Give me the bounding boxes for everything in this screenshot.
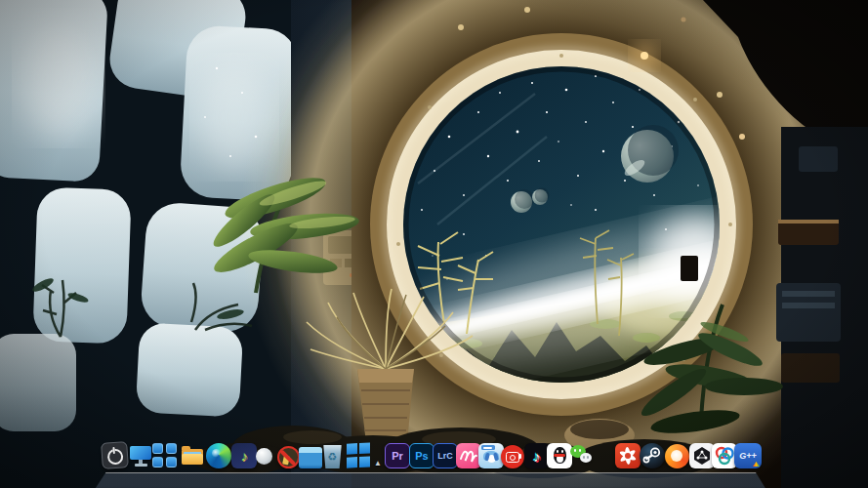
dock: ♪ ♻ ▲ Pr Ps LrC (0, 441, 868, 488)
steam-button[interactable] (640, 443, 665, 468)
desktop: ♪ ♻ ▲ Pr Ps LrC (0, 0, 868, 488)
premiere-pro-button[interactable]: Pr (385, 443, 410, 468)
edge-browser-button[interactable] (206, 443, 231, 468)
tiktok-note-icon: ♪ (533, 448, 541, 465)
banner-icon (481, 445, 495, 450)
power-button[interactable] (101, 441, 129, 469)
file-explorer-button[interactable] (180, 443, 205, 468)
grid-icon (152, 443, 163, 454)
monitor-icon (130, 446, 151, 460)
steam-piston-icon (640, 443, 665, 468)
dock-platform (86, 472, 774, 488)
sphere-app-button[interactable] (256, 448, 272, 465)
lightroom-label: LrC (437, 451, 453, 461)
video-camera-app-button[interactable] (501, 445, 524, 468)
photoshop-label: Ps (415, 450, 428, 462)
archive-box-app-button[interactable] (299, 447, 322, 468)
premiere-label: Pr (392, 450, 403, 462)
windows-logo-button[interactable] (347, 441, 372, 468)
gplus-app-button[interactable]: G++ (734, 443, 762, 468)
triangle-icon: ▲ (374, 459, 382, 468)
dock-expand-arrow[interactable]: ▲ (372, 458, 384, 468)
gplus-label: G++ (739, 451, 757, 461)
orange-ring-browser-button[interactable] (665, 444, 689, 468)
recycle-bin-button[interactable]: ♻ (322, 445, 343, 468)
photoshop-button[interactable]: Ps (409, 443, 434, 468)
desktop-monitor-button[interactable] (128, 443, 153, 468)
lightroom-classic-button[interactable]: LrC (433, 443, 458, 468)
windows-icon (347, 443, 357, 455)
music-note-icon: ♪ (241, 448, 248, 464)
swirl-icon (615, 443, 641, 468)
blocker-app-button[interactable] (277, 446, 300, 468)
security-app-button[interactable] (615, 443, 641, 468)
recycle-icon: ♻ (328, 451, 338, 464)
wechat-button[interactable] (569, 443, 595, 468)
wallpaper (0, 0, 868, 488)
music-app-button[interactable]: ♪ (231, 443, 257, 468)
app-launcher-button[interactable] (152, 442, 178, 468)
